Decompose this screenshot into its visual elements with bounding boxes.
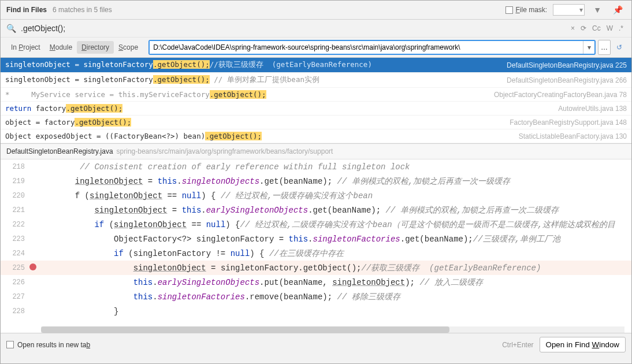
code-line: 223 ObjectFactory<?> singletonFactory = … [1,232,631,246]
recursive-icon[interactable]: ↺ [613,40,626,55]
whole-words-button[interactable]: W [604,23,615,34]
open-new-tab-option[interactable]: Open results in new tab [6,341,90,349]
code-line: 228 } [1,304,631,318]
regex-button[interactable]: .* [616,23,626,34]
scope-row: In Project Module Directory Scope ▾ … ↺ [1,38,631,58]
code-line: 222 if (singletonObject == null) {// 经过双… [1,217,631,232]
search-icon: 🔍 [6,24,16,33]
preview-filename: DefaultSingletonBeanRegistry.java [6,147,113,155]
result-row[interactable]: Object exposedObject = ((FactoryBean<?>)… [1,129,631,143]
breakpoint-icon[interactable] [29,263,36,270]
chevron-down-icon[interactable]: ▾ [583,41,594,54]
search-input[interactable] [21,24,564,33]
file-mask-dropdown[interactable]: ▾ [553,4,585,16]
tab-module[interactable]: Module [45,41,77,54]
directory-field[interactable]: ▾ [148,40,596,55]
code-line: 221 singletonObject = this.earlySingleto… [1,203,631,217]
titlebar: Find in Files 6 matches in 5 files File … [1,1,631,20]
result-row[interactable]: singletonObject = singletonFactory.getOb… [1,73,631,88]
open-find-window-button[interactable]: Open in Find Window [540,337,626,352]
preview-header: DefaultSingletonBeanRegistry.java spring… [1,143,631,159]
file-mask-checkbox[interactable] [505,6,513,14]
match-case-button[interactable]: Cc [590,23,603,34]
dialog-title: Find in Files [6,6,47,14]
directory-input[interactable] [150,41,583,54]
shortcut-hint: Ctrl+Enter [502,341,533,349]
code-line: 225 singletonObject = singletonFactory.g… [1,261,631,275]
file-mask-label: File mask: [515,6,547,14]
results-list: singletonObject = singletonFactory.getOb… [1,58,631,143]
result-row[interactable]: * MyService service = this.myServiceFact… [1,88,631,102]
code-line: 226 this.earlySingletonObjects.put(beanN… [1,275,631,289]
code-line: 220 f (singletonObject == null) { // 经过双… [1,188,631,203]
browse-button[interactable]: … [598,40,611,55]
result-row[interactable]: singletonObject = singletonFactory.getOb… [1,58,631,73]
code-preview[interactable]: 218 // Consistent creation of early refe… [1,159,631,333]
tab-in-project[interactable]: In Project [6,41,45,54]
open-new-tab-label: Open results in new tab [17,341,90,349]
search-row: 🔍 × ⟳ Cc W .* [1,20,631,38]
code-line: 227 this.singletonFactories.remove(beanN… [1,289,631,304]
code-line: 219 ingletonObject = this.singletonObjec… [1,174,631,188]
result-row[interactable]: return factory.getObject();AutowireUtils… [1,102,631,116]
result-row[interactable]: object = factory.getObject();FactoryBean… [1,116,631,129]
code-line: 224 if (singletonFactory != null) { //在三… [1,246,631,261]
file-mask-option[interactable]: File mask: [505,6,547,14]
clear-icon[interactable]: × [568,23,577,34]
match-count: 6 matches in 5 files [53,6,112,14]
footer: Open results in new tab Ctrl+Enter Open … [1,333,631,356]
history-icon[interactable]: ⟳ [578,23,589,34]
pin-icon[interactable]: 📌 [610,5,626,14]
tab-scope[interactable]: Scope [114,41,143,54]
code-line: 218 // Consistent creation of early refe… [1,159,631,174]
horizontal-scrollbar[interactable] [41,326,624,333]
tab-directory[interactable]: Directory [77,41,114,54]
preview-path: spring-beans/src/main/java/org/springfra… [117,147,333,155]
open-new-tab-checkbox[interactable] [6,341,14,348]
filter-icon[interactable]: ▼ [590,5,604,14]
